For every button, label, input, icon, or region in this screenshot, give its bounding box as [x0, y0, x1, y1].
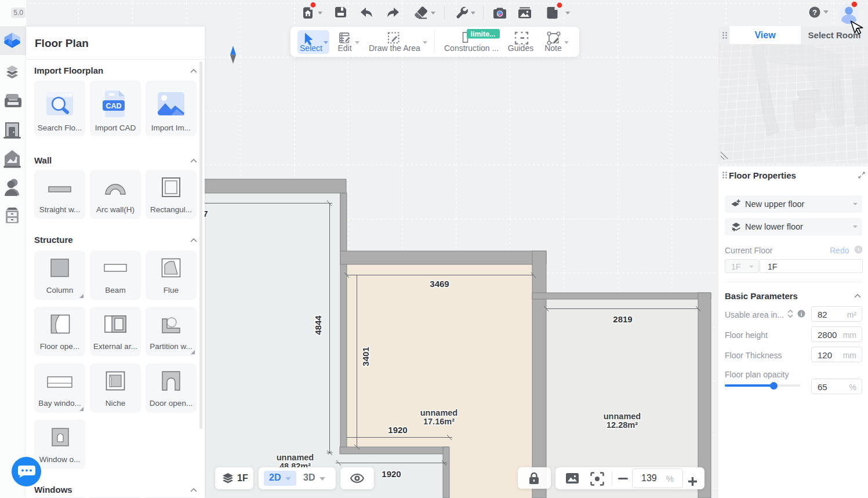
- svg-text:3469: 3469: [430, 279, 449, 289]
- svg-text:CAD: CAD: [106, 102, 121, 110]
- svg-text:4844: 4844: [313, 315, 323, 335]
- svg-text:1920: 1920: [382, 469, 401, 479]
- svg-text:unnamed: unnamed: [420, 408, 457, 417]
- svg-text:2819: 2819: [613, 314, 632, 324]
- svg-text:?: ?: [812, 8, 817, 17]
- svg-text:unnamed: unnamed: [604, 412, 641, 421]
- svg-text:i: i: [801, 311, 802, 317]
- svg-text:unnamed: unnamed: [277, 453, 314, 462]
- svg-text:12.28m²: 12.28m²: [606, 420, 638, 430]
- svg-text:17.16m²: 17.16m²: [423, 417, 455, 426]
- svg-text:3401: 3401: [361, 347, 371, 366]
- svg-text:1920: 1920: [388, 425, 407, 435]
